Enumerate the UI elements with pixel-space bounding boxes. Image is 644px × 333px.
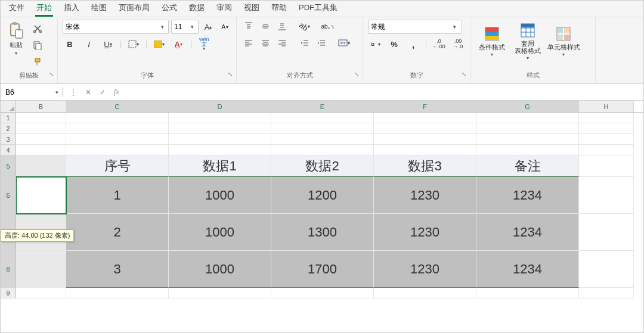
number-format-select[interactable]: ▾ xyxy=(368,20,462,34)
chevron-down-icon[interactable]: ▾ xyxy=(187,24,197,30)
tab-insert[interactable]: 插入 xyxy=(58,0,85,17)
row-header-3[interactable]: 3 xyxy=(1,134,16,145)
tab-home[interactable]: 开始 xyxy=(30,0,58,17)
cancel-formula-button[interactable]: ⋮ xyxy=(67,88,79,97)
cell-E7[interactable]: 1300 xyxy=(271,214,374,251)
cell-G8[interactable]: 1234 xyxy=(476,251,579,288)
format-painter-button[interactable] xyxy=(30,55,45,69)
cell-D9[interactable] xyxy=(169,288,271,298)
cell-D6[interactable]: 1000 xyxy=(169,177,271,214)
pinyin-button[interactable]: wén文 ▾ xyxy=(197,38,211,51)
cell-B3[interactable] xyxy=(16,134,66,145)
row-header-1[interactable]: 1 xyxy=(1,113,16,123)
align-top-button[interactable] xyxy=(242,20,256,33)
align-bottom-button[interactable] xyxy=(275,20,289,33)
cell-D4[interactable] xyxy=(169,145,271,155)
cell-B2[interactable] xyxy=(16,123,66,134)
cell-H5[interactable] xyxy=(579,155,634,177)
cell-E1[interactable] xyxy=(271,113,374,123)
name-box[interactable]: ▾ xyxy=(1,88,63,97)
cell-H6[interactable] xyxy=(579,177,634,214)
cell-E9[interactable] xyxy=(271,288,374,298)
cell-E5[interactable]: 数据2 xyxy=(271,155,374,177)
cell-G7[interactable]: 1234 xyxy=(476,214,579,251)
name-box-input[interactable] xyxy=(4,88,46,97)
font-name-select[interactable]: ▾ xyxy=(63,20,169,34)
accept-check-button[interactable]: ✓ xyxy=(97,88,108,97)
align-middle-button[interactable] xyxy=(258,20,273,33)
cell-G9[interactable] xyxy=(476,288,579,298)
chevron-down-icon[interactable]: ▾ xyxy=(450,24,459,30)
row-header-9[interactable]: 9 xyxy=(1,288,16,298)
font-size-select[interactable]: ▾ xyxy=(171,20,199,34)
row-header-5[interactable]: 5 xyxy=(1,155,16,177)
align-dialog-launcher[interactable]: ⤡ xyxy=(354,71,359,77)
cell-F8[interactable]: 1230 xyxy=(374,251,476,288)
column-header-H[interactable]: H xyxy=(579,101,634,112)
cell-H1[interactable] xyxy=(579,113,634,123)
cell-D3[interactable] xyxy=(169,134,271,145)
cell-C7[interactable]: 2 xyxy=(66,214,169,251)
cell-F4[interactable] xyxy=(374,145,476,155)
tab-help[interactable]: 帮助 xyxy=(265,0,293,17)
cell-H4[interactable] xyxy=(579,145,634,155)
align-left-button[interactable] xyxy=(242,36,256,49)
cell-styles-button[interactable]: 单元格样式▾ xyxy=(547,20,580,63)
italic-button[interactable]: I xyxy=(82,38,96,51)
cell-F2[interactable] xyxy=(374,123,476,134)
font-color-button[interactable]: A ▾ xyxy=(171,38,185,51)
column-header-C[interactable]: C xyxy=(66,101,169,112)
cell-H2[interactable] xyxy=(579,123,634,134)
increase-indent-button[interactable] xyxy=(314,36,329,49)
merge-cells-button[interactable]: ▾ xyxy=(337,36,351,49)
orientation-button[interactable]: ab▾ xyxy=(298,20,312,33)
cell-G6[interactable]: 1234 xyxy=(476,177,579,214)
cell-B9[interactable] xyxy=(16,288,66,298)
cell-F9[interactable] xyxy=(374,288,476,298)
cell-G4[interactable] xyxy=(476,145,579,155)
cell-C5[interactable]: 序号 xyxy=(66,155,169,177)
cell-C1[interactable] xyxy=(66,113,169,123)
wrap-text-button[interactable]: ab xyxy=(320,20,335,33)
cell-E2[interactable] xyxy=(271,123,374,134)
grid[interactable]: 123456789 BCDEFGH 序号数据1数据2数据3备注110001200… xyxy=(1,101,643,332)
tab-review[interactable]: 审阅 xyxy=(210,0,238,17)
column-header-E[interactable]: E xyxy=(271,101,374,112)
conditional-format-button[interactable]: 条件格式▾ xyxy=(475,20,509,63)
cell-D5[interactable]: 数据1 xyxy=(169,155,271,177)
currency-button[interactable]: ¤▾ xyxy=(368,38,382,51)
cell-D7[interactable]: 1000 xyxy=(169,214,271,251)
cell-C3[interactable] xyxy=(66,134,169,145)
column-header-D[interactable]: D xyxy=(169,101,271,112)
cell-G5[interactable]: 备注 xyxy=(476,155,579,177)
cell-E8[interactable]: 1700 xyxy=(271,251,374,288)
cell-C4[interactable] xyxy=(66,145,169,155)
cell-C6[interactable]: 1 xyxy=(66,177,169,214)
align-right-button[interactable] xyxy=(275,36,289,49)
cell-H8[interactable] xyxy=(579,251,634,288)
comma-button[interactable]: , xyxy=(406,38,420,51)
tab-pagelayout[interactable]: 页面布局 xyxy=(113,0,156,17)
select-all-corner[interactable] xyxy=(1,101,16,113)
tab-view[interactable]: 视图 xyxy=(238,0,265,17)
row-header-4[interactable]: 4 xyxy=(1,145,16,155)
border-button[interactable]: ▾ xyxy=(126,38,141,51)
cell-D1[interactable] xyxy=(169,113,271,123)
column-header-F[interactable]: F xyxy=(374,101,476,112)
font-dialog-launcher[interactable]: ⤡ xyxy=(228,71,233,77)
fill-color-button[interactable]: ▾ xyxy=(152,38,166,51)
tab-pdf[interactable]: PDF工具集 xyxy=(293,0,343,17)
cell-E6[interactable]: 1200 xyxy=(271,177,374,214)
cell-D2[interactable] xyxy=(169,123,271,134)
bold-button[interactable]: B xyxy=(63,38,77,51)
underline-button[interactable]: U ▾ xyxy=(101,38,115,51)
format-as-table-button[interactable]: 套用 表格格式▾ xyxy=(511,20,544,63)
cell-H3[interactable] xyxy=(579,134,634,145)
row-header-2[interactable]: 2 xyxy=(1,123,16,134)
cell-B8[interactable] xyxy=(16,251,66,288)
cell-G3[interactable] xyxy=(476,134,579,145)
decrease-indent-button[interactable] xyxy=(298,36,312,49)
cell-H7[interactable] xyxy=(579,214,634,251)
column-header-B[interactable]: B xyxy=(16,101,66,112)
increase-font-button[interactable]: A▴ xyxy=(201,20,215,33)
